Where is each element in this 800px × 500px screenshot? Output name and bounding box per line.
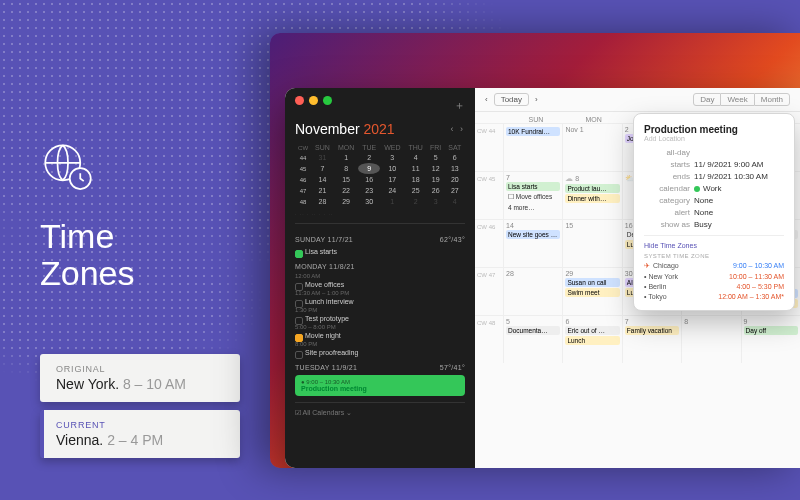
hide-timezones-button[interactable]: Hide Time Zones [644, 242, 784, 249]
card-current: CURRENT Vienna. 2 – 4 PM [40, 410, 240, 458]
view-week[interactable]: Week [721, 93, 753, 106]
mini-month[interactable]: CWSUNMONTUEWEDTHUFRISAT44311234564578910… [295, 143, 465, 207]
day-cell[interactable]: Nov 1 [562, 124, 621, 171]
toolbar: ‹ Today › Day Week Month [475, 88, 800, 112]
view-day[interactable]: Day [693, 93, 721, 106]
day-cell[interactable]: 6Eric out of …Lunch [562, 316, 621, 363]
month-nav[interactable]: ‹ › [451, 124, 466, 134]
today-button[interactable]: Today [494, 93, 529, 106]
day-cell[interactable]: 29Susan on callSwim meet [562, 268, 621, 315]
globe-clock-icon [40, 140, 135, 200]
popover-timezones: SYSTEM TIME ZONE✈Chicago9:00 – 10:30 AM•… [644, 253, 784, 300]
day-cell[interactable]: 8 [681, 316, 740, 363]
hero-title-line2: Zones [40, 255, 135, 292]
popover-add-location[interactable]: Add Location [644, 135, 784, 142]
sidebar: ＋ November 2021 ‹ › CWSUNMONTUEWEDTHUFRI… [285, 88, 475, 468]
prev-button[interactable]: ‹ [485, 95, 488, 104]
popover-title: Production meeting [644, 124, 784, 135]
card-original: ORIGINAL New York. 8 – 10 AM [40, 354, 240, 402]
hero-title: Time Zones [40, 218, 135, 293]
add-button[interactable]: ＋ [454, 98, 465, 113]
card-original-city: New York. [56, 376, 119, 392]
day-cell[interactable]: 5Documenta… [503, 316, 562, 363]
card-current-time: 2 – 4 PM [107, 432, 163, 448]
day-cell[interactable]: 7Lisa starts☐ Move offices4 more… [503, 172, 562, 219]
day-cell[interactable]: 14New site goes live [503, 220, 562, 267]
day-cell[interactable]: 15 [562, 220, 621, 267]
calendar-window: ＋ November 2021 ‹ › CWSUNMONTUEWEDTHUFRI… [285, 88, 800, 468]
main-panel: ‹ Today › Day Week Month SUNMONTUEWEDTHU… [475, 88, 800, 468]
card-original-time: 8 – 10 AM [123, 376, 186, 392]
card-current-city: Vienna. [56, 432, 103, 448]
view-month[interactable]: Month [754, 93, 790, 106]
agenda: SUNDAY 11/7/2162°/43°Lisa startsMONDAY 1… [295, 223, 465, 396]
desktop-wallpaper: ＋ November 2021 ‹ › CWSUNMONTUEWEDTHUFRI… [270, 33, 800, 468]
day-cell[interactable]: 7Family vacation [622, 316, 681, 363]
card-current-label: CURRENT [56, 420, 228, 430]
event-popover[interactable]: Production meeting Add Location all-days… [633, 113, 795, 311]
popover-fields: all-daystarts11/ 9/2021 9:00 AMends11/ 9… [644, 148, 784, 229]
day-cell[interactable]: 28 [503, 268, 562, 315]
hero-title-line1: Time [40, 218, 135, 255]
next-button[interactable]: › [535, 95, 538, 104]
window-controls[interactable] [295, 96, 332, 105]
month-title: November 2021 [295, 121, 395, 137]
view-segmented[interactable]: Day Week Month [693, 93, 790, 106]
calendar-picker[interactable]: All Calendars ⌄ [295, 402, 465, 417]
card-original-label: ORIGINAL [56, 364, 228, 374]
day-cell[interactable]: 9Day off [741, 316, 800, 363]
mini-dots: · ·· · ·· · · ·· [295, 211, 465, 217]
day-cell[interactable]: ☁ 8Product lau…Dinner with… [562, 172, 621, 219]
day-cell[interactable]: 10K Fundrai… [503, 124, 562, 171]
